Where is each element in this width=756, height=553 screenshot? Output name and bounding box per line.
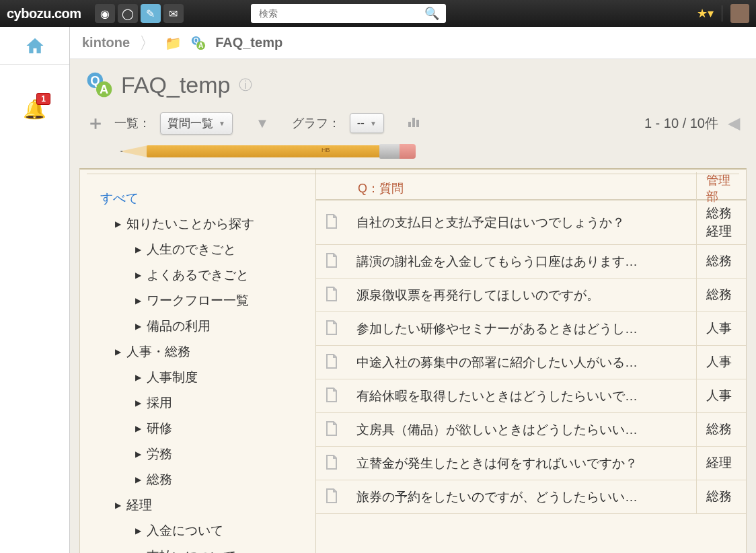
app-icon-mail[interactable]: ✉ (163, 4, 184, 23)
app-switcher: ◉ ◯ ✎ ✉ (95, 4, 184, 23)
app-icon-office[interactable]: ◯ (118, 4, 138, 23)
favorites-icon[interactable]: ★▾ (697, 6, 714, 21)
global-topbar: cybozu.com ◉ ◯ ✎ ✉ 🔍 ★▾ (0, 0, 756, 27)
search-input[interactable] (254, 8, 420, 19)
app-icon-kintone[interactable]: ✎ (141, 4, 161, 23)
search-box: 🔍 (251, 4, 446, 23)
user-avatar[interactable] (730, 4, 749, 23)
logo[interactable]: cybozu.com (7, 6, 81, 22)
search-icon[interactable]: 🔍 (420, 6, 443, 21)
app-icon-garoon[interactable]: ◉ (95, 4, 115, 23)
divider (722, 5, 722, 22)
